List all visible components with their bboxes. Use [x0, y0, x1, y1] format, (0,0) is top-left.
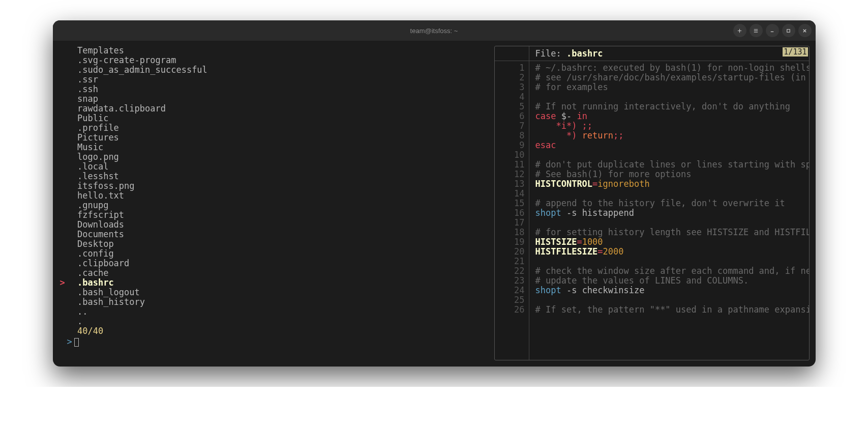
list-item[interactable]: > .bashrc	[67, 278, 494, 288]
list-item[interactable]: .cache	[67, 268, 494, 278]
list-item[interactable]: .ssr	[67, 75, 494, 85]
window-title: team@itsfoss: ~	[410, 27, 458, 35]
list-item[interactable]: .profile	[67, 123, 494, 133]
list-item[interactable]: .lesshst	[67, 172, 494, 181]
cursor-icon	[74, 338, 79, 347]
code-line: esac	[535, 140, 809, 150]
list-item[interactable]: Templates	[67, 46, 494, 55]
list-item[interactable]: logo.png	[67, 152, 494, 162]
titlebar: team@itsfoss: ~	[53, 20, 816, 41]
preview-file-label: File: .bashrc	[529, 46, 609, 61]
code-line: case $- in	[535, 111, 809, 121]
code-line: # for setting history length see HISTSIZ…	[535, 228, 809, 237]
list-item[interactable]: .bash_logout	[67, 288, 494, 297]
list-item[interactable]: .	[67, 317, 494, 326]
code-line: # If set, the pattern "**" used in a pat…	[535, 305, 809, 315]
line-numbers: 1234567891011121314151617181920212223242…	[495, 61, 529, 360]
preview-header: File: .bashrc	[495, 46, 809, 61]
code-line: # See bash(1) for more options	[535, 170, 809, 179]
list-item[interactable]: .bash_history	[67, 297, 494, 307]
fzf-prompt[interactable]: >	[67, 337, 494, 347]
list-item[interactable]: Public	[67, 114, 494, 123]
code-content: # ~/.bashrc: executed by bash(1) for non…	[529, 61, 809, 360]
list-item[interactable]: .svg-create-program	[67, 55, 494, 65]
gutter-header	[495, 46, 529, 61]
code-line	[535, 150, 809, 160]
list-item[interactable]: .clipboard	[67, 259, 494, 268]
fzf-file-list[interactable]: Templates .svg-create-program .sudo_as_a…	[60, 46, 494, 360]
code-line	[535, 218, 809, 228]
code-line: HISTSIZE=1000	[535, 237, 809, 247]
result-counter: 40/40	[67, 326, 494, 336]
code-line: HISTFILESIZE=2000	[535, 247, 809, 257]
code-line: # append to the history file, don't over…	[535, 199, 809, 208]
list-item[interactable]: fzfscript	[67, 210, 494, 220]
list-item[interactable]: Desktop	[67, 239, 494, 249]
code-line	[535, 189, 809, 199]
list-item[interactable]: Music	[67, 143, 494, 152]
list-item[interactable]: ..	[67, 307, 494, 317]
code-line: shopt -s histappend	[535, 208, 809, 218]
code-line: # for examples	[535, 82, 809, 92]
code-line: # don't put duplicate lines or lines sta…	[535, 160, 809, 170]
code-line: # If not running interactively, don't do…	[535, 102, 809, 111]
preview-pane: 1/131 File: .bashrc 12345678910111213141…	[494, 46, 810, 360]
minimize-button[interactable]	[766, 24, 779, 37]
code-line	[535, 92, 809, 102]
close-button[interactable]	[798, 24, 812, 37]
list-item[interactable]: .config	[67, 249, 494, 259]
list-item[interactable]: .sudo_as_admin_successful	[67, 65, 494, 75]
list-item[interactable]: .local	[67, 162, 494, 172]
list-item[interactable]: Pictures	[67, 133, 494, 143]
file-label-text: File:	[535, 48, 561, 59]
code-line: *i*) ;;	[535, 121, 809, 131]
preview-filename: .bashrc	[566, 48, 603, 59]
code-line: # ~/.bashrc: executed by bash(1) for non…	[535, 63, 809, 73]
code-line: # update the values of LINES and COLUMNS…	[535, 276, 809, 286]
code-line: # check the window size after each comma…	[535, 266, 809, 276]
window-controls	[733, 24, 812, 37]
list-item[interactable]: .gnupg	[67, 201, 494, 210]
menu-button[interactable]	[750, 24, 763, 37]
selection-pointer-icon: >	[60, 278, 65, 288]
maximize-button[interactable]	[782, 24, 795, 37]
code-line	[535, 257, 809, 266]
list-item[interactable]: itsfoss.png	[67, 181, 494, 191]
svg-rect-6	[787, 29, 790, 32]
code-line: shopt -s checkwinsize	[535, 286, 809, 295]
preview-position-badge: 1/131	[783, 47, 807, 57]
code-line	[535, 295, 809, 305]
list-item[interactable]: hello.txt	[67, 191, 494, 201]
list-item[interactable]: Downloads	[67, 220, 494, 230]
list-item[interactable]: Documents	[67, 230, 494, 239]
code-line: *) return;;	[535, 131, 809, 140]
list-item[interactable]: rawdata.clipboard	[67, 104, 494, 114]
terminal-window: team@itsfoss: ~ Templates .svg-create-pr…	[53, 20, 816, 367]
code-line: HISTCONTROL=ignoreboth	[535, 179, 809, 189]
preview-body[interactable]: 1234567891011121314151617181920212223242…	[495, 61, 809, 360]
new-tab-button[interactable]	[733, 24, 746, 37]
terminal-content: Templates .svg-create-program .sudo_as_a…	[53, 41, 816, 367]
list-item[interactable]: .ssh	[67, 85, 494, 94]
code-line: # see /usr/share/doc/bash/examples/start…	[535, 73, 809, 82]
list-item[interactable]: snap	[67, 94, 494, 104]
